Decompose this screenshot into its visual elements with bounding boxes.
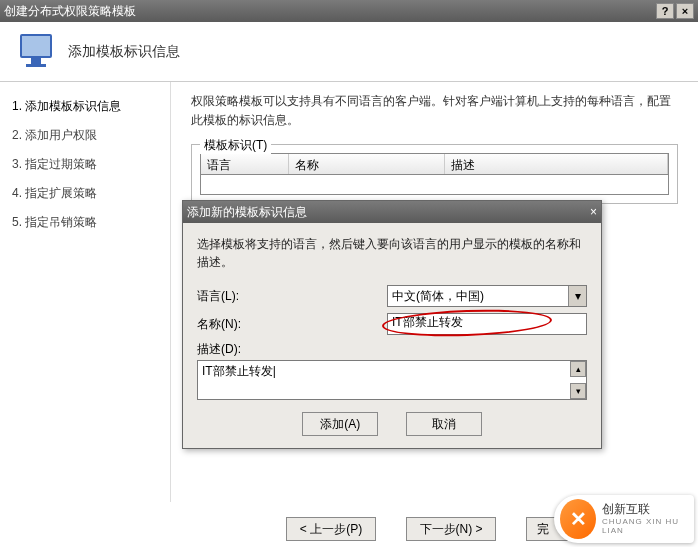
name-input[interactable]: IT部禁止转发 xyxy=(387,313,587,335)
content-description: 权限策略模板可以支持具有不同语言的客户端。针对客户端计算机上支持的每种语言，配置… xyxy=(191,92,678,130)
col-language[interactable]: 语言 xyxy=(201,154,289,174)
brand-name: 创新互联 xyxy=(602,502,694,516)
window-title: 创建分布式权限策略模板 xyxy=(4,3,654,20)
close-button[interactable]: × xyxy=(676,3,694,19)
language-select[interactable]: 中文(简体，中国) ▾ xyxy=(387,285,587,307)
table-body xyxy=(200,175,669,195)
wizard-header: 添加模板标识信息 xyxy=(0,22,698,82)
prev-button[interactable]: < 上一步(P) xyxy=(286,517,376,541)
dialog-title: 添加新的模板标识信息 xyxy=(187,204,590,221)
dialog-titlebar: 添加新的模板标识信息 × xyxy=(183,201,601,223)
desc-label: 描述(D): xyxy=(197,341,267,358)
language-row: 语言(L): 中文(简体，中国) ▾ xyxy=(197,285,587,307)
cancel-button[interactable]: 取消 xyxy=(406,412,482,436)
computer-icon xyxy=(16,32,56,72)
brand-logo: ✕ 创新互联 CHUANG XIN HU LIAN xyxy=(554,495,694,543)
dialog-body: 选择模板将支持的语言，然后键入要向该语言的用户显示的模板的名称和描述。 语言(L… xyxy=(183,223,601,448)
chevron-down-icon: ▾ xyxy=(568,286,586,306)
help-button[interactable]: ? xyxy=(656,3,674,19)
template-id-fieldset: 模板标识(T) 语言 名称 描述 xyxy=(191,144,678,204)
page-title: 添加模板标识信息 xyxy=(68,43,180,61)
sidebar-item-revocation[interactable]: 5. 指定吊销策略 xyxy=(0,208,170,237)
sidebar-item-extension[interactable]: 4. 指定扩展策略 xyxy=(0,179,170,208)
logo-icon: ✕ xyxy=(560,499,596,539)
wizard-sidebar: 1. 添加模板标识信息 2. 添加用户权限 3. 指定过期策略 4. 指定扩展策… xyxy=(0,82,170,502)
name-row: 名称(N): IT部禁止转发 xyxy=(197,313,587,335)
col-description[interactable]: 描述 xyxy=(445,154,668,174)
name-label: 名称(N): xyxy=(197,316,267,333)
add-template-dialog: 添加新的模板标识信息 × 选择模板将支持的语言，然后键入要向该语言的用户显示的模… xyxy=(182,200,602,449)
sidebar-item-expiry[interactable]: 3. 指定过期策略 xyxy=(0,150,170,179)
language-label: 语言(L): xyxy=(197,288,267,305)
scroll-up-icon[interactable]: ▴ xyxy=(570,361,586,377)
brand-sub: CHUANG XIN HU LIAN xyxy=(602,517,694,536)
add-button[interactable]: 添加(A) xyxy=(302,412,378,436)
window-titlebar: 创建分布式权限策略模板 ? × xyxy=(0,0,698,22)
sidebar-item-identity[interactable]: 1. 添加模板标识信息 xyxy=(0,92,170,121)
desc-row: 描述(D): IT部禁止转发| ▴ ▾ xyxy=(197,341,587,400)
table-header: 语言 名称 描述 xyxy=(200,153,669,175)
fieldset-legend: 模板标识(T) xyxy=(200,137,271,154)
dialog-buttons: 添加(A) 取消 xyxy=(197,412,587,436)
sidebar-item-user-rights[interactable]: 2. 添加用户权限 xyxy=(0,121,170,150)
next-button[interactable]: 下一步(N) > xyxy=(406,517,496,541)
dialog-close-button[interactable]: × xyxy=(590,205,597,219)
desc-textarea[interactable]: IT部禁止转发| xyxy=(197,360,587,400)
col-name[interactable]: 名称 xyxy=(289,154,445,174)
scroll-down-icon[interactable]: ▾ xyxy=(570,383,586,399)
dialog-description: 选择模板将支持的语言，然后键入要向该语言的用户显示的模板的名称和描述。 xyxy=(197,235,587,271)
